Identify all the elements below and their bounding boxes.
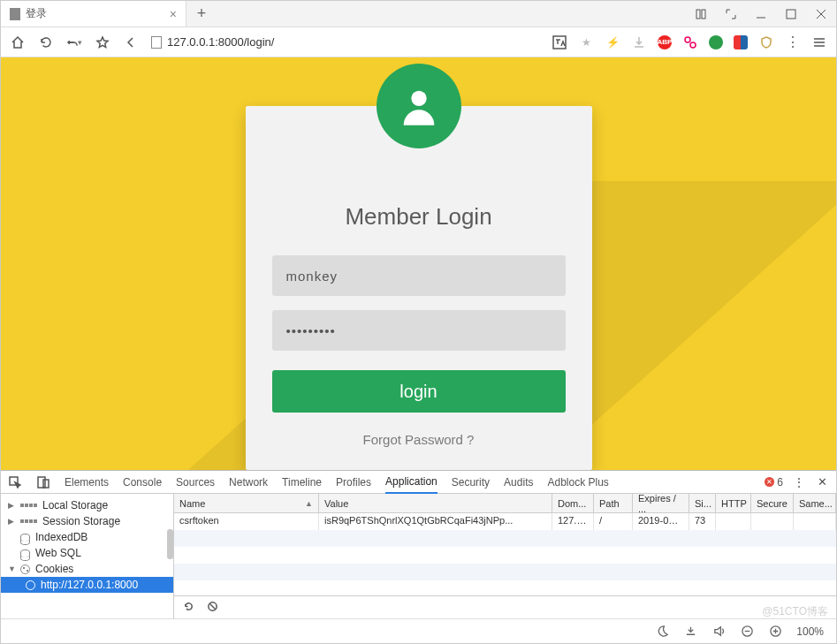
page-viewport: Member Login login Forgot Password ? — [1, 57, 836, 470]
window-expand-icon[interactable] — [716, 1, 746, 27]
table-header: Name▲ Value Dom... Path Expires / ... Si… — [174, 494, 836, 513]
login-heading: Member Login — [272, 203, 566, 231]
table-row[interactable]: csrftoken isR9qP6TShQnrlXQ1QtGbRCqaFi43j… — [174, 513, 836, 530]
extension-multicolor-icon[interactable] — [734, 35, 748, 49]
zoom-out-icon[interactable] — [740, 625, 754, 639]
col-name[interactable]: Name▲ — [174, 494, 319, 512]
application-sidebar: ▶Local Storage ▶Session Storage IndexedD… — [1, 494, 174, 618]
window-close-button[interactable] — [806, 1, 836, 27]
adblock-icon[interactable]: ABP — [658, 35, 672, 49]
devtools-menu-icon[interactable]: ⋮ — [792, 475, 806, 489]
browser-tab[interactable]: 登录 × — [1, 1, 186, 27]
table-body[interactable]: csrftoken isR9qP6TShQnrlXQ1QtGbRCqaFi43j… — [174, 513, 836, 595]
col-expires[interactable]: Expires / ... — [633, 494, 689, 512]
window-panel-icon[interactable] — [686, 1, 716, 27]
devtools-tab-adblock[interactable]: Adblock Plus — [547, 472, 608, 493]
device-icon[interactable] — [36, 475, 50, 489]
devtools-tabbar: Elements Console Sources Network Timelin… — [1, 471, 836, 494]
browser-titlebar: 登录 × + — [1, 1, 836, 27]
svg-rect-1 — [702, 10, 705, 19]
shield-icon[interactable] — [758, 34, 774, 50]
svg-point-6 — [690, 42, 696, 48]
devtools-tab-audits[interactable]: Audits — [504, 472, 533, 493]
star-icon[interactable] — [95, 34, 110, 50]
cookies-table: Name▲ Value Dom... Path Expires / ... Si… — [174, 494, 836, 618]
sidebar-scrollbar[interactable] — [167, 529, 173, 559]
devtools-tab-application[interactable]: Application — [385, 471, 438, 494]
window-minimize-button[interactable] — [746, 1, 776, 27]
username-input[interactable] — [272, 255, 566, 296]
translate-icon[interactable] — [552, 34, 567, 50]
password-input[interactable] — [272, 310, 566, 351]
devtools-close-icon[interactable]: ✕ — [815, 475, 829, 489]
login-card: Member Login login Forgot Password ? — [246, 106, 592, 470]
moon-icon[interactable] — [655, 625, 669, 639]
svg-rect-9 — [38, 477, 45, 488]
extension-green-icon[interactable] — [709, 35, 723, 49]
devtools-tab-console[interactable]: Console — [123, 472, 162, 493]
svg-rect-10 — [43, 480, 49, 488]
window-controls — [686, 1, 836, 27]
devtools-tab-sources[interactable]: Sources — [176, 472, 215, 493]
tab-title: 登录 — [26, 6, 47, 21]
url-field[interactable]: 127.0.0.1:8000/login/ — [151, 35, 539, 49]
extension-red-icon[interactable] — [682, 34, 698, 50]
col-domain[interactable]: Dom... — [552, 494, 594, 512]
col-http[interactable]: HTTP — [716, 494, 751, 512]
block-icon[interactable] — [207, 601, 218, 615]
zoom-in-icon[interactable] — [768, 625, 782, 639]
svg-point-5 — [685, 37, 690, 42]
download-tray-icon[interactable] — [683, 625, 697, 639]
svg-rect-3 — [787, 10, 795, 19]
sidebar-indexeddb[interactable]: IndexedDB — [1, 529, 173, 545]
sidebar-session-storage[interactable]: ▶Session Storage — [1, 513, 173, 529]
sidebar-cookie-origin[interactable]: http://127.0.0.1:8000 — [1, 577, 173, 593]
devtools-tab-security[interactable]: Security — [452, 472, 490, 493]
speaker-icon[interactable] — [711, 625, 726, 639]
extension-icons: ★ ⚡ ABP ⋮ — [552, 34, 827, 50]
download-icon[interactable] — [631, 34, 647, 50]
refresh-icon[interactable] — [183, 601, 194, 615]
kebab-menu-icon[interactable]: ⋮ — [785, 34, 801, 50]
new-tab-button[interactable]: + — [186, 1, 217, 27]
avatar-icon — [377, 64, 461, 148]
devtools-panel: Elements Console Sources Network Timelin… — [1, 470, 836, 618]
col-value[interactable]: Value — [319, 494, 552, 512]
devtools-tab-timeline[interactable]: Timeline — [282, 472, 322, 493]
page-icon — [10, 8, 20, 20]
status-bar: 100% — [1, 618, 836, 643]
login-button[interactable]: login — [272, 370, 566, 413]
col-path[interactable]: Path — [594, 494, 633, 512]
undo-icon[interactable]: ▾ — [66, 34, 82, 50]
forgot-password-link[interactable]: Forgot Password ? — [272, 432, 566, 447]
reload-icon[interactable] — [38, 34, 54, 50]
col-secure[interactable]: Secure — [751, 494, 794, 512]
svg-point-7 — [411, 91, 426, 106]
window-maximize-button[interactable] — [776, 1, 806, 27]
col-samesite[interactable]: Same... — [794, 494, 836, 512]
site-icon — [151, 36, 162, 49]
devtools-tab-elements[interactable]: Elements — [65, 472, 109, 493]
url-text: 127.0.0.1:8000/login/ — [167, 35, 274, 49]
sidebar-local-storage[interactable]: ▶Local Storage — [1, 497, 173, 513]
devtools-tab-profiles[interactable]: Profiles — [336, 472, 371, 493]
sidebar-websql[interactable]: Web SQL — [1, 545, 173, 561]
back-icon[interactable] — [123, 34, 139, 50]
sidebar-cookies[interactable]: ▼Cookies — [1, 561, 173, 577]
address-bar: ▾ 127.0.0.1:8000/login/ ★ ⚡ ABP ⋮ — [1, 27, 836, 57]
error-count: 6 — [777, 476, 783, 489]
home-icon[interactable] — [10, 34, 26, 50]
zoom-level: 100% — [796, 625, 824, 638]
devtools-tab-network[interactable]: Network — [229, 472, 268, 493]
bolt-icon[interactable]: ⚡ — [605, 34, 620, 50]
col-size[interactable]: Si... — [689, 494, 716, 512]
svg-rect-0 — [696, 10, 700, 19]
error-badge[interactable]: ✕6 — [765, 476, 783, 489]
hamburger-menu-icon[interactable] — [811, 34, 827, 50]
bookmark-star-icon[interactable]: ★ — [578, 34, 594, 50]
inspect-icon[interactable] — [8, 475, 22, 489]
table-toolbar — [174, 595, 836, 618]
tab-close-icon[interactable]: × — [170, 8, 177, 20]
